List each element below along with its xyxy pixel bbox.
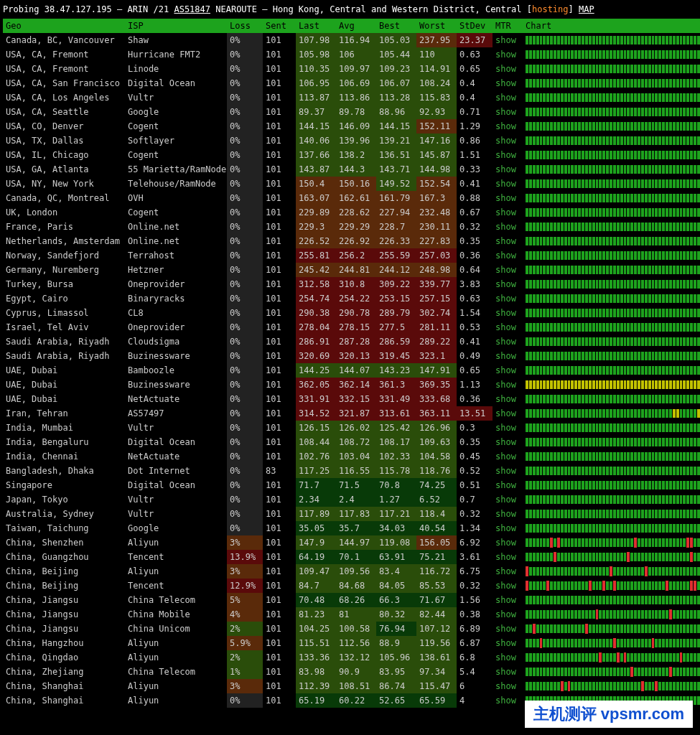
cell-loss: 0% (227, 76, 263, 90)
mtr-show-link[interactable]: show (495, 437, 516, 447)
mtr-show-link[interactable]: show (495, 236, 516, 246)
mtr-show-link[interactable]: show (495, 624, 516, 634)
mtr-show-link[interactable]: show (495, 251, 516, 261)
cell-stdev: 0.4 (457, 76, 493, 90)
cell-worst: 116.72 (416, 564, 457, 579)
mtr-show-link[interactable]: show (495, 509, 516, 519)
mtr-show-link[interactable]: show (495, 337, 516, 347)
mtr-show-link[interactable]: show (495, 408, 516, 418)
mtr-show-link[interactable]: show (495, 609, 516, 619)
table-row: Iran, TehranAS574970%101314.52321.87313.… (3, 406, 700, 421)
mtr-show-link[interactable]: show (495, 423, 516, 433)
mtr-show-link[interactable]: show (495, 207, 516, 217)
mtr-show-link[interactable]: show (495, 179, 516, 189)
mtr-show-link[interactable]: show (495, 538, 516, 548)
cell-geo: Saudi Arabia, Riyadh (3, 334, 125, 349)
cell-avg: 60.22 (336, 693, 376, 708)
mtr-show-link[interactable]: show (495, 50, 516, 60)
mtr-show-link[interactable]: show (495, 351, 516, 361)
mtr-show-link[interactable]: show (495, 523, 516, 533)
cell-chart (523, 263, 700, 277)
mtr-show-link[interactable]: show (495, 93, 516, 103)
cell-geo: USA, NY, New York (3, 177, 125, 191)
cell-last: 89.37 (296, 105, 336, 119)
table-row: Canada, BC, VancouverShaw0%101107.98116.… (3, 33, 700, 47)
mtr-show-link[interactable]: show (495, 466, 516, 476)
table-row: USA, NY, New YorkTelehouse/RamNode0%1011… (3, 177, 700, 191)
table-row: Australia, SydneyVultr0%101117.89117.831… (3, 507, 700, 521)
cell-loss: 0% (227, 205, 263, 220)
cell-sent: 101 (263, 650, 296, 665)
mtr-show-link[interactable]: show (495, 136, 516, 146)
cell-sent: 101 (263, 622, 296, 636)
cell-stdev: 0.51 (457, 478, 493, 492)
mtr-show-link[interactable]: show (495, 451, 516, 462)
cell-chart (523, 464, 700, 478)
mtr-show-link[interactable]: show (495, 595, 516, 605)
mtr-show-link[interactable]: show (495, 150, 516, 160)
cell-geo: USA, CA, San Francisco (3, 76, 125, 90)
mtr-show-link[interactable]: show (495, 667, 516, 677)
cell-isp: Tencent (125, 579, 227, 593)
map-link[interactable]: MAP (579, 4, 594, 14)
table-row: Turkey, BursaOneprovider0%101312.58310.8… (3, 277, 700, 291)
cell-best: 289.79 (376, 306, 416, 320)
cell-sent: 101 (263, 435, 296, 449)
cell-best: 83.4 (376, 564, 416, 579)
cell-chart (523, 363, 700, 378)
cell-stdev: 0.49 (457, 349, 493, 363)
mtr-show-link[interactable]: show (495, 380, 516, 390)
cell-chart (523, 650, 700, 665)
mtr-show-link[interactable]: show (495, 696, 516, 706)
mtr-show-link[interactable]: show (495, 322, 516, 332)
cell-avg: 108.51 (336, 679, 376, 693)
mtr-show-link[interactable]: show (495, 294, 516, 304)
cell-mtr: show (493, 535, 523, 550)
mtr-show-link[interactable]: show (495, 681, 516, 691)
cell-worst: 248.98 (416, 263, 457, 277)
cell-sent: 101 (263, 665, 296, 679)
mtr-show-link[interactable]: show (495, 394, 516, 404)
cell-loss: 0% (227, 349, 263, 363)
cell-chart (523, 679, 700, 693)
mtr-show-link[interactable]: show (495, 652, 516, 663)
mtr-show-link[interactable]: show (495, 107, 516, 117)
mtr-show-link[interactable]: show (495, 581, 516, 591)
mtr-show-link[interactable]: show (495, 495, 516, 505)
asn-link[interactable]: AS51847 (174, 4, 210, 14)
mtr-show-link[interactable]: show (495, 164, 516, 174)
cell-stdev: 0.53 (457, 320, 493, 334)
table-row: USA, IL, ChicagoCogent0%101137.66138.213… (3, 148, 700, 162)
cell-mtr: show (493, 90, 523, 105)
cell-chart (523, 349, 700, 363)
cell-geo: USA, TX, Dallas (3, 134, 125, 148)
cell-best: 80.32 (376, 607, 416, 622)
mtr-show-link[interactable]: show (495, 121, 516, 131)
mtr-show-link[interactable]: show (495, 279, 516, 289)
mtr-show-link[interactable]: show (495, 64, 516, 74)
cell-mtr: show (493, 421, 523, 435)
cell-chart (523, 334, 700, 349)
mtr-show-link[interactable]: show (495, 552, 516, 562)
mtr-show-link[interactable]: show (495, 35, 516, 45)
cell-avg: 226.92 (336, 234, 376, 248)
mtr-show-link[interactable]: show (495, 308, 516, 318)
mtr-show-link[interactable]: show (495, 193, 516, 203)
mtr-show-link[interactable]: show (495, 265, 516, 275)
cell-avg: 116.94 (336, 33, 376, 47)
mtr-show-link[interactable]: show (495, 222, 516, 232)
mtr-show-link[interactable]: show (495, 480, 516, 490)
cell-sent: 101 (263, 291, 296, 306)
probe-registry: ARIN /21 (127, 4, 174, 14)
cell-last: 113.87 (296, 90, 336, 105)
mtr-show-link[interactable]: show (495, 566, 516, 576)
header-last: Last (296, 19, 336, 33)
mtr-show-link[interactable]: show (495, 638, 516, 648)
mtr-show-link[interactable]: show (495, 78, 516, 88)
cell-geo: China, Beijing (3, 564, 125, 579)
cell-stdev: 0.86 (457, 134, 493, 148)
cell-chart (523, 33, 700, 47)
mtr-show-link[interactable]: show (495, 365, 516, 375)
cell-worst: 227.83 (416, 234, 457, 248)
cell-sent: 101 (263, 248, 296, 263)
